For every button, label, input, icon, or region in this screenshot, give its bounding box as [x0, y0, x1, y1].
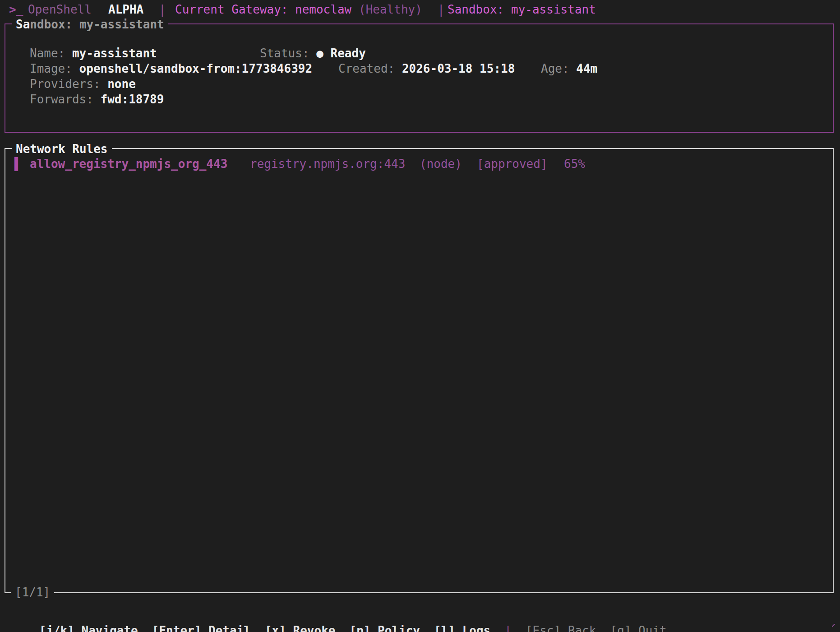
- app-name: OpenShell: [28, 2, 92, 17]
- shortcut-back: [Esc] Back: [526, 624, 596, 632]
- rule-endpoint: registry.npmjs.org:443: [250, 156, 405, 172]
- shortcut-navigate: [j/k] Navigate: [39, 624, 138, 632]
- shortcut-logs: [l] Logs: [434, 624, 490, 632]
- gateway-label: Current Gateway:: [175, 2, 288, 17]
- shortcut-policy: [p] Policy: [349, 624, 420, 632]
- prompt-icon: >_: [9, 2, 23, 17]
- shortcut-revoke: [x] Revoke: [265, 624, 336, 632]
- sandbox-panel: Sandbox: my-assistant Name: my-assistant…: [5, 23, 834, 133]
- forwards-field: Forwards: fwd:18789: [30, 92, 164, 107]
- forwards-value: fwd:18789: [101, 93, 164, 106]
- created-label: Created:: [338, 62, 395, 75]
- age-label: Age:: [541, 62, 569, 75]
- image-field: Image: openshell/sandbox-from:1773846392: [30, 61, 312, 76]
- sandbox-name-row: Name: my-assistant Status: ● Ready: [5, 46, 833, 61]
- shortcut-bar: [j/k] Navigate[Enter] Detail[x] Revoke[p…: [11, 608, 667, 632]
- shortcut-quit: [q] Quit: [610, 624, 666, 632]
- status-field: Status: ● Ready: [260, 46, 366, 61]
- providers-value: none: [107, 77, 136, 91]
- sandbox-panel-title: Sandbox: my-assistant: [12, 17, 168, 32]
- status-label: Status:: [260, 46, 309, 60]
- network-rules-title: Network Rules: [12, 141, 112, 157]
- rule-name: allow_registry_npmjs_org_443: [30, 156, 227, 172]
- sandbox-image-row: Image: openshell/sandbox-from:1773846392…: [5, 61, 833, 76]
- resize-corner-icon: [832, 624, 839, 631]
- footer-separator: |: [504, 624, 512, 632]
- rule-confidence: 65%: [564, 156, 585, 172]
- image-label: Image:: [30, 62, 72, 75]
- topbar-separator: |: [159, 2, 166, 17]
- sandbox-forwards-row: Forwards: fwd:18789: [5, 92, 833, 107]
- topbar-separator: |: [438, 2, 445, 17]
- name-value: my-assistant: [72, 46, 157, 60]
- image-value: openshell/sandbox-from:1773846392: [79, 62, 313, 75]
- name-label: Name:: [30, 46, 65, 60]
- terminal-screen: >_ OpenShell ALPHA | Current Gateway: ne…: [0, 0, 840, 632]
- age-field: Age: 44m: [541, 61, 597, 76]
- age-value: 44m: [576, 62, 597, 75]
- created-value: 2026-03-18 15:18: [402, 62, 515, 75]
- sandbox-providers-row: Providers: none: [5, 76, 833, 92]
- status-ready-icon: ●: [316, 46, 323, 60]
- shortcut-detail: [Enter] Detail: [152, 624, 251, 632]
- providers-label: Providers:: [30, 77, 101, 91]
- panel-title-highlight: Sa: [16, 18, 30, 31]
- providers-field: Providers: none: [30, 76, 136, 92]
- name-field: Name: my-assistant: [30, 46, 157, 61]
- network-rule-row[interactable]: ▌ allow_registry_npmjs_org_443 registry.…: [5, 156, 833, 172]
- selection-bar-icon: ▌: [14, 156, 22, 172]
- pagination-counter: [1/1]: [11, 585, 54, 600]
- alpha-badge: ALPHA: [108, 2, 143, 17]
- top-bar: >_ OpenShell ALPHA | Current Gateway: ne…: [0, 2, 840, 17]
- rule-agent: (node): [420, 156, 462, 172]
- rule-status-badge: [approved]: [477, 156, 548, 172]
- status-value: Ready: [331, 46, 366, 60]
- forwards-label: Forwards:: [30, 93, 93, 106]
- panel-title-rest: ndbox: my-assistant: [30, 18, 164, 31]
- topbar-sandbox-name: my-assistant: [511, 2, 596, 17]
- gateway-name: nemoclaw: [295, 2, 351, 17]
- network-rules-panel: Network Rules ▌ allow_registry_npmjs_org…: [5, 148, 834, 593]
- topbar-sandbox-label: Sandbox:: [448, 2, 504, 17]
- created-field: Created: 2026-03-18 15:18: [338, 61, 515, 76]
- gateway-health-status: (Healthy): [359, 2, 422, 17]
